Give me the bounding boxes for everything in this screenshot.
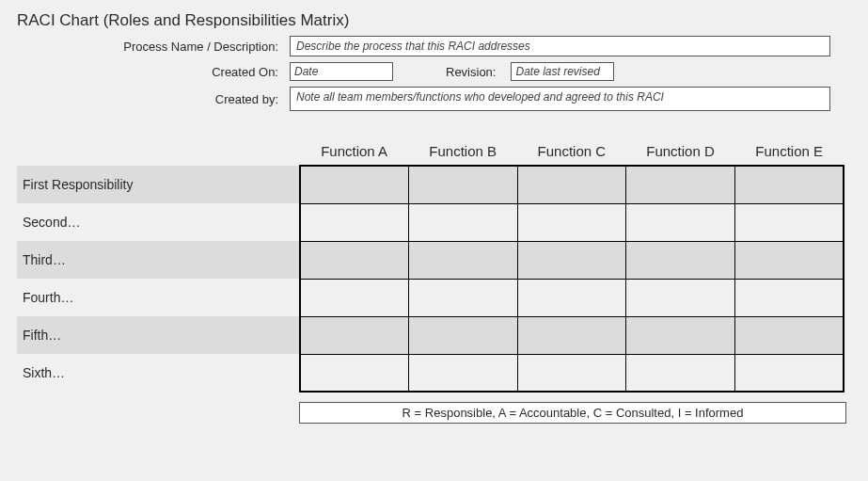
row-label: Third… xyxy=(17,241,300,279)
raci-cell[interactable] xyxy=(408,241,517,279)
revision-label: Revision: xyxy=(446,65,496,79)
raci-cell[interactable] xyxy=(626,166,735,203)
raci-cell[interactable] xyxy=(626,241,735,279)
column-header: Function C xyxy=(517,137,626,166)
raci-cell[interactable] xyxy=(734,166,844,203)
raci-cell[interactable] xyxy=(626,354,735,392)
raci-matrix: Function AFunction BFunction CFunction D… xyxy=(17,137,844,393)
raci-cell[interactable] xyxy=(626,316,735,354)
raci-cell[interactable] xyxy=(517,203,626,241)
column-header: Function D xyxy=(626,137,735,166)
raci-cell[interactable] xyxy=(300,166,409,203)
column-header: Function E xyxy=(734,137,844,166)
raci-cell[interactable] xyxy=(408,316,517,354)
raci-cell[interactable] xyxy=(734,241,844,279)
raci-cell[interactable] xyxy=(626,279,735,316)
raci-cell[interactable] xyxy=(517,241,626,279)
revision-field[interactable]: Date last revised xyxy=(511,62,614,81)
raci-cell[interactable] xyxy=(517,166,626,203)
raci-cell[interactable] xyxy=(408,166,517,203)
raci-cell[interactable] xyxy=(734,203,844,241)
page-title: RACI Chart (Roles and Responsibilities M… xyxy=(17,11,851,30)
raci-cell[interactable] xyxy=(734,354,844,392)
raci-cell[interactable] xyxy=(626,203,735,241)
row-label: Sixth… xyxy=(17,354,300,392)
column-header: Function A xyxy=(300,137,409,166)
row-label: Fourth… xyxy=(17,279,300,316)
raci-cell[interactable] xyxy=(408,354,517,392)
meta-form: Process Name / Description: Describe the… xyxy=(17,36,851,111)
created-on-field[interactable]: Date xyxy=(290,62,393,81)
row-label: Second… xyxy=(17,203,300,241)
row-label: Fifth… xyxy=(17,316,300,354)
raci-cell[interactable] xyxy=(300,279,409,316)
process-name-field[interactable]: Describe the process that this RACI addr… xyxy=(290,36,830,56)
matrix-body: First ResponsibilitySecond…Third…Fourth…… xyxy=(17,166,844,392)
matrix-header-row: Function AFunction BFunction CFunction D… xyxy=(17,137,844,166)
raci-cell[interactable] xyxy=(517,279,626,316)
raci-legend: R = Responsible, A = Accountable, C = Co… xyxy=(299,402,846,424)
row-label: First Responsibility xyxy=(17,166,300,203)
created-by-field[interactable]: Note all team members/functions who deve… xyxy=(290,87,830,111)
raci-cell[interactable] xyxy=(517,354,626,392)
raci-cell[interactable] xyxy=(300,354,409,392)
raci-cell[interactable] xyxy=(300,241,409,279)
raci-cell[interactable] xyxy=(517,316,626,354)
column-header: Function B xyxy=(408,137,517,166)
raci-cell[interactable] xyxy=(734,279,844,316)
raci-cell[interactable] xyxy=(408,279,517,316)
created-on-label: Created On: xyxy=(17,65,290,79)
raci-cell[interactable] xyxy=(300,316,409,354)
raci-cell[interactable] xyxy=(734,316,844,354)
raci-cell[interactable] xyxy=(300,203,409,241)
process-name-label: Process Name / Description: xyxy=(17,40,290,54)
created-by-label: Created by: xyxy=(17,92,290,106)
raci-cell[interactable] xyxy=(408,203,517,241)
